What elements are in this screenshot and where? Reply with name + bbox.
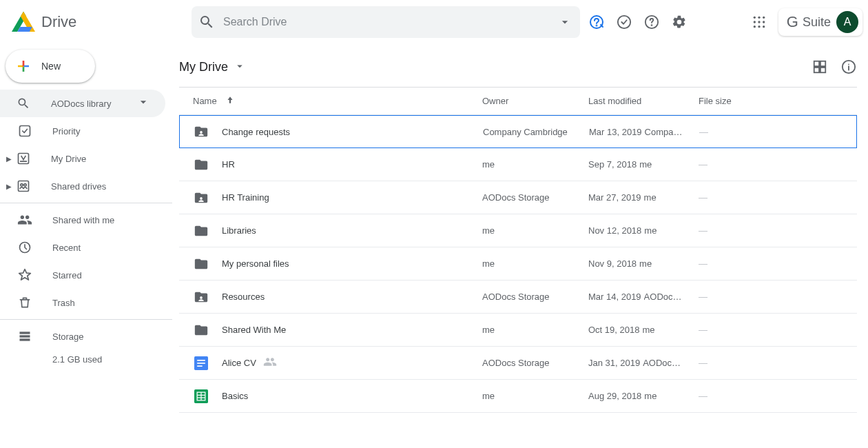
- svg-rect-24: [820, 61, 825, 66]
- file-name: Libraries: [222, 225, 256, 236]
- recent-icon: [17, 239, 33, 256]
- table-header: Name Owner Last modified File size: [179, 88, 857, 115]
- file-size: —: [699, 159, 707, 170]
- info-icon[interactable]: [840, 59, 857, 75]
- table-row[interactable]: Alice CV AODocs Storage Jan 31, 2019 AOD…: [179, 347, 857, 380]
- file-owner: AODocs Storage: [482, 292, 588, 302]
- grid-view-icon[interactable]: [812, 59, 828, 75]
- folder-icon: [193, 223, 209, 239]
- svg-point-9: [758, 21, 760, 23]
- svg-point-28: [200, 131, 203, 134]
- file-name: Shared With Me: [222, 325, 286, 335]
- shared-folder-icon: [193, 289, 209, 305]
- column-size-header[interactable]: File size: [699, 96, 857, 106]
- svg-rect-26: [820, 68, 825, 72]
- file-owner: me: [482, 159, 588, 170]
- table-row[interactable]: Basics me Aug 29, 2018 me —: [179, 380, 857, 413]
- sidebar-item-recent[interactable]: Recent: [0, 234, 165, 261]
- file-size: —: [699, 325, 707, 335]
- sidebar-item-label: Storage: [52, 332, 84, 342]
- modified-by: me: [644, 192, 657, 203]
- svg-point-7: [763, 17, 765, 19]
- svg-point-18: [24, 184, 26, 186]
- svg-rect-22: [20, 338, 30, 340]
- svg-point-10: [763, 21, 765, 23]
- help-icon[interactable]: [643, 14, 660, 30]
- file-size: —: [699, 258, 707, 269]
- column-name-header[interactable]: Name: [179, 95, 482, 107]
- sidebar-aodocs-library[interactable]: AODocs library: [0, 90, 165, 117]
- column-modified-header[interactable]: Last modified: [588, 96, 699, 106]
- file-name: Basics: [222, 391, 248, 401]
- sidebar-item-storage[interactable]: Storage: [0, 323, 165, 350]
- sidebar-item-shared-drives[interactable]: ▶ Shared drives: [0, 172, 165, 200]
- search-bar[interactable]: [192, 6, 580, 38]
- column-owner-header[interactable]: Owner: [482, 96, 588, 106]
- shared-drives-icon: [15, 178, 32, 194]
- sidebar-item-label: Priority: [52, 126, 80, 136]
- modified-by: me: [639, 258, 652, 269]
- modified-date: Sep 7, 2018: [588, 159, 637, 170]
- sidebar-item-label: Starred: [52, 270, 82, 281]
- offline-status-icon[interactable]: [616, 14, 632, 30]
- modified-by: AODoc…: [643, 358, 681, 368]
- shared-icon: [263, 355, 277, 371]
- gsuite-badge[interactable]: G Suite A: [778, 8, 862, 36]
- file-size: —: [699, 292, 707, 302]
- modified-date: Mar 13, 2019: [589, 127, 642, 137]
- folder-icon: [193, 256, 209, 272]
- svg-point-6: [758, 17, 760, 19]
- table-row[interactable]: Change requests Company Cambridge Mar 13…: [179, 115, 857, 148]
- table-row[interactable]: HR me Sep 7, 2018 me —: [179, 148, 857, 181]
- sidebar-item-starred[interactable]: Starred: [0, 261, 165, 289]
- breadcrumb[interactable]: My Drive: [179, 60, 246, 74]
- table-row[interactable]: Resources AODocs Storage Mar 14, 2019 AO…: [179, 281, 857, 314]
- priority-icon: [17, 123, 33, 139]
- sidebar-item-trash[interactable]: Trash: [0, 289, 165, 316]
- table-row[interactable]: HR Training AODocs Storage Mar 27, 2019 …: [179, 181, 857, 214]
- svg-point-29: [200, 197, 203, 200]
- file-size: —: [699, 192, 707, 203]
- expand-triangle-icon[interactable]: ▶: [3, 155, 15, 163]
- modified-by: me: [642, 325, 654, 335]
- svg-point-8: [753, 21, 755, 23]
- search-input[interactable]: [215, 16, 557, 28]
- svg-rect-34: [197, 365, 203, 367]
- apps-grid-icon[interactable]: [751, 14, 767, 30]
- svg-point-1: [597, 26, 597, 26]
- app-name[interactable]: Drive: [41, 13, 76, 31]
- storage-used: 2.1 GB used: [52, 354, 172, 365]
- file-owner: me: [482, 258, 588, 269]
- modified-by: me: [644, 225, 657, 236]
- drive-logo[interactable]: [10, 8, 37, 36]
- sidebar-item-label: Shared with me: [52, 215, 114, 225]
- modified-date: Aug 29, 2018: [588, 391, 641, 401]
- shared-folder-icon: [193, 123, 209, 140]
- search-dropdown-icon[interactable]: [557, 14, 573, 30]
- modified-by: me: [644, 391, 657, 401]
- trash-icon: [17, 294, 33, 311]
- table-row[interactable]: My personal files me Nov 9, 2018 me —: [179, 247, 857, 281]
- file-name: Resources: [222, 292, 265, 302]
- new-button[interactable]: New: [6, 50, 95, 83]
- modified-date: Nov 9, 2018: [588, 258, 637, 269]
- svg-rect-16: [19, 181, 29, 192]
- sidebar-item-priority[interactable]: Priority: [0, 117, 165, 145]
- file-owner: me: [482, 325, 588, 335]
- search-icon[interactable]: [198, 14, 215, 30]
- avatar[interactable]: A: [836, 11, 858, 33]
- sidebar-item-mydrive[interactable]: ▶ My Drive: [0, 145, 165, 172]
- starred-icon: [17, 267, 33, 283]
- ai-assist-icon[interactable]: [588, 14, 605, 30]
- file-name: HR: [222, 159, 235, 170]
- table-row[interactable]: Libraries me Nov 12, 2018 me —: [179, 214, 857, 247]
- table-row[interactable]: Shared With Me me Oct 19, 2018 me —: [179, 314, 857, 347]
- file-owner: AODocs Storage: [482, 358, 588, 368]
- file-name: Alice CV: [222, 358, 256, 368]
- settings-icon[interactable]: [671, 14, 688, 30]
- sidebar-item-shared-with-me[interactable]: Shared with me: [0, 206, 165, 234]
- file-name: HR Training: [222, 192, 269, 203]
- expand-triangle-icon[interactable]: ▶: [3, 183, 15, 190]
- folder-icon: [193, 322, 209, 338]
- chevron-down-icon: [136, 95, 150, 112]
